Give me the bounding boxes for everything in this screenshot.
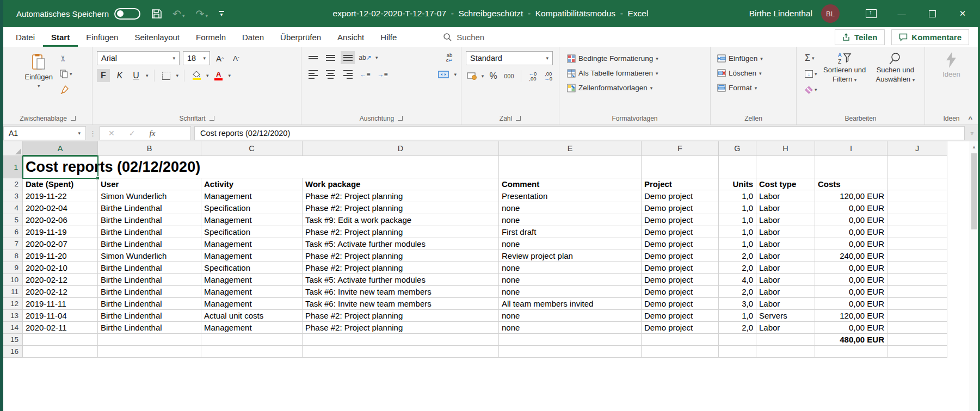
col-header-H[interactable]: H: [756, 141, 815, 156]
cell-C3[interactable]: Management: [201, 190, 303, 202]
cell-D10[interactable]: Task #5: Activate further modules: [303, 274, 499, 286]
tab-einfügen[interactable]: Einfügen: [78, 27, 126, 47]
name-box[interactable]: A1 ▾: [3, 126, 86, 140]
cell-H10[interactable]: Labor: [756, 274, 815, 286]
cell-E5[interactable]: none: [499, 214, 642, 226]
col-header-A[interactable]: A: [23, 141, 98, 156]
cell-B3[interactable]: Simon Wunderlich: [98, 190, 201, 202]
cancel-icon[interactable]: ✕: [108, 129, 115, 138]
cell-G15[interactable]: [719, 334, 756, 346]
cell-E3[interactable]: Presentation: [499, 190, 642, 202]
row-header-5[interactable]: 5: [3, 214, 23, 226]
cell-E12[interactable]: All team members invited: [499, 298, 642, 310]
paste-button[interactable]: Einfügen ▾: [22, 51, 56, 112]
cell-D6[interactable]: Phase #2: Project planning: [303, 226, 499, 238]
cell-C6[interactable]: Specification: [201, 226, 303, 238]
cell-J7[interactable]: [887, 238, 947, 250]
cut-button[interactable]: ✂: [58, 52, 74, 64]
cell-D9[interactable]: Phase #2: Project planning: [303, 262, 499, 274]
sort-filter-button[interactable]: AZ Sortieren undFiltern ▾: [820, 51, 870, 112]
autosum-button[interactable]: Σ▾: [803, 52, 819, 64]
cell-D16[interactable]: [303, 346, 499, 358]
cell-F13[interactable]: Demo project: [642, 310, 719, 322]
tab-hilfe[interactable]: Hilfe: [372, 27, 405, 47]
cell-J10[interactable]: [887, 274, 947, 286]
clipboard-dialog-launcher-icon[interactable]: [71, 116, 76, 121]
increase-font-button[interactable]: A^: [213, 52, 226, 65]
cell-C11[interactable]: Management: [201, 286, 303, 298]
cell-F6[interactable]: Demo project: [642, 226, 719, 238]
cell-I11[interactable]: 0,00 EUR: [815, 286, 887, 298]
tab-überprüfen[interactable]: Überprüfen: [272, 27, 329, 47]
cell-C14[interactable]: Management: [201, 322, 303, 334]
cell-A11[interactable]: 2020-02-12: [23, 286, 98, 298]
percent-button[interactable]: %: [487, 70, 500, 83]
cell-H9[interactable]: Labor: [756, 262, 815, 274]
cell-A8[interactable]: 2019-11-20: [23, 250, 98, 262]
cell-E6[interactable]: First draft: [499, 226, 642, 238]
cell-J4[interactable]: [887, 202, 947, 214]
underline-button[interactable]: U: [130, 69, 143, 82]
tab-datei[interactable]: Datei: [8, 27, 43, 47]
cell-C16[interactable]: [201, 346, 303, 358]
cell-C8[interactable]: Management: [201, 250, 303, 262]
cell-E13[interactable]: none: [499, 310, 642, 322]
insert-cells-button[interactable]: Einfügen ▾: [717, 51, 792, 66]
cell-J14[interactable]: [887, 322, 947, 334]
delete-cells-button[interactable]: Löschen ▾: [717, 66, 792, 80]
cell-G3[interactable]: 1,0: [719, 190, 756, 202]
cell-F10[interactable]: Demo project: [642, 274, 719, 286]
cell-A5[interactable]: 2020-02-06: [23, 214, 98, 226]
cell-G5[interactable]: 1,0: [719, 214, 756, 226]
insert-function-icon[interactable]: fx: [149, 129, 155, 138]
cell-C7[interactable]: Management: [201, 238, 303, 250]
cell-A13[interactable]: 2019-11-04: [23, 310, 98, 322]
cell-E11[interactable]: none: [499, 286, 642, 298]
cell-D8[interactable]: Phase #2: Project planning: [303, 250, 499, 262]
cell-I5[interactable]: 0,00 EUR: [815, 214, 887, 226]
cell-E2[interactable]: Comment: [499, 178, 642, 190]
cell-D13[interactable]: Phase #2: Project planning: [303, 310, 499, 322]
cell-F14[interactable]: Demo project: [642, 322, 719, 334]
close-button[interactable]: ✕: [947, 0, 978, 27]
cell-G13[interactable]: 1,0: [719, 310, 756, 322]
number-format-select[interactable]: Standard▾: [466, 51, 553, 65]
cell-C13[interactable]: Actual unit costs: [201, 310, 303, 322]
cell-C2[interactable]: Activity: [201, 178, 303, 190]
cell-I13[interactable]: 120,00 EUR: [815, 310, 887, 322]
cell-J8[interactable]: [887, 250, 947, 262]
cell-B2[interactable]: User: [98, 178, 201, 190]
merge-center-button[interactable]: [436, 68, 451, 81]
search-box[interactable]: Suchen: [443, 33, 484, 42]
fill-color-button[interactable]: [190, 69, 203, 82]
ribbon-display-options-button[interactable]: [856, 0, 886, 27]
cell-F8[interactable]: Demo project: [642, 250, 719, 262]
cell-F3[interactable]: Demo project: [642, 190, 719, 202]
cell-I16[interactable]: [815, 346, 887, 358]
formula-input[interactable]: Cost reports (02/12/2020): [194, 126, 965, 140]
tab-start[interactable]: Start: [43, 27, 78, 47]
cell-J1[interactable]: [887, 156, 947, 178]
cell-D2[interactable]: Work package: [303, 178, 499, 190]
qat-customize-icon[interactable]: ▾: [219, 11, 224, 16]
cell-styles-button[interactable]: Zellenformatvorlagen ▾: [567, 80, 706, 95]
cell-H11[interactable]: Labor: [756, 286, 815, 298]
cell-J9[interactable]: [887, 262, 947, 274]
scroll-up-icon[interactable]: ▲: [970, 141, 978, 152]
cell-H14[interactable]: Labor: [756, 322, 815, 334]
enter-icon[interactable]: ✓: [129, 129, 135, 138]
cell-A12[interactable]: 2019-11-11: [23, 298, 98, 310]
cell-I1[interactable]: [815, 156, 887, 178]
format-painter-button[interactable]: [58, 84, 74, 96]
cell-A16[interactable]: [23, 346, 98, 358]
cell-E10[interactable]: none: [499, 274, 642, 286]
avatar[interactable]: BL: [821, 4, 840, 23]
col-header-G[interactable]: G: [719, 141, 756, 156]
cell-G7[interactable]: 1,0: [719, 238, 756, 250]
cell-E9[interactable]: none: [499, 262, 642, 274]
row-header-10[interactable]: 10: [3, 274, 23, 286]
cell-B15[interactable]: [98, 334, 201, 346]
row-header-15[interactable]: 15: [3, 334, 23, 346]
cell-D11[interactable]: Task #6: Invite new team members: [303, 286, 499, 298]
decrease-indent-button[interactable]: ←≡: [358, 68, 372, 81]
